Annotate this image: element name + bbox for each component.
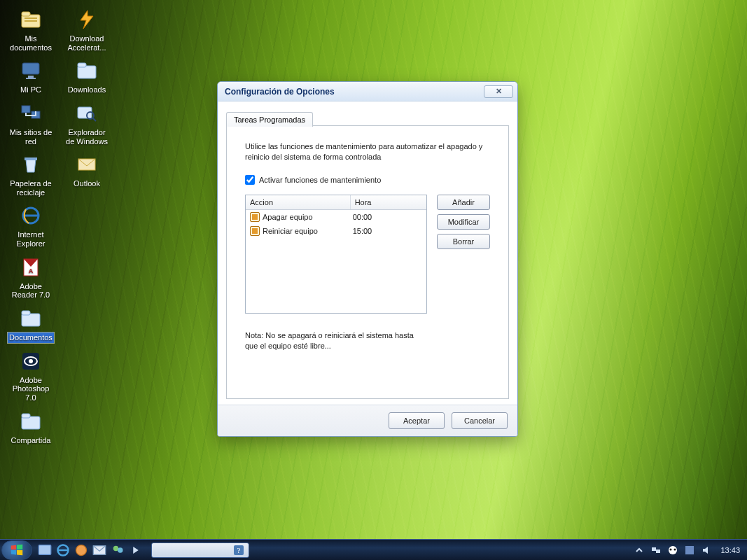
netpl-icon (18, 101, 43, 126)
ql-people-icon[interactable] (111, 543, 125, 557)
add-button[interactable]: Añadir (437, 195, 490, 210)
col-action[interactable]: Accion (246, 195, 351, 209)
desktop-icon-mydocs[interactable]: Mis documentos (6, 6, 56, 54)
desktop-icon-outlook[interactable]: Outlook (62, 150, 112, 199)
svg-rect-7 (78, 66, 96, 78)
desktop-icon-shared[interactable]: Compartida (6, 407, 56, 447)
close-button[interactable]: ✕ (484, 85, 513, 98)
desktop-icon-netpl[interactable]: Mis sitios de red (6, 99, 56, 148)
tray-app-icon[interactable] (684, 545, 695, 556)
reader-icon: A (18, 255, 43, 280)
tray-expand-icon[interactable] (634, 545, 645, 556)
desktop-icon-ie[interactable]: Internet Explorer (6, 202, 56, 250)
ie-icon (18, 203, 43, 228)
delete-button[interactable]: Borrar (437, 234, 490, 249)
svg-rect-8 (78, 63, 86, 67)
desktop-icon-docsfold[interactable]: Documentos (6, 304, 56, 344)
ql-arrow-icon[interactable] (129, 543, 143, 557)
ok-button[interactable]: Aceptar (389, 412, 445, 429)
svg-rect-9 (22, 106, 30, 113)
svg-text:A: A (29, 267, 34, 274)
desktop-icon-reader[interactable]: AAdobe Reader 7.0 (6, 253, 56, 302)
docsfold-icon (18, 306, 43, 331)
edit-button[interactable]: Modificar (437, 214, 490, 230)
taskbar-clock[interactable]: 13:43 (718, 546, 740, 554)
task-action: Reiniciar equipo (263, 227, 318, 235)
ql-mail-icon[interactable] (92, 543, 106, 557)
tray-network-icon[interactable] (650, 545, 662, 556)
options-dialog: Configuración de Opciones ✕ Tareas Progr… (217, 81, 518, 437)
ql-ie-icon[interactable] (56, 543, 70, 557)
tray-security-icon[interactable] (667, 545, 678, 556)
svg-point-22 (29, 359, 33, 363)
svg-rect-38 (685, 546, 694, 554)
svg-rect-19 (22, 311, 30, 315)
dialog-titlebar[interactable]: Configuración de Opciones ✕ (218, 82, 517, 102)
dialog-client: Tareas Programadas Utilice las funciones… (218, 102, 517, 405)
mypc-icon (18, 58, 43, 83)
desktop-icon-label: Downloads (67, 85, 107, 95)
desktop-icon-explorer[interactable]: Explorador de Windows (62, 99, 112, 148)
task-icon (250, 212, 260, 222)
tasks-list[interactable]: Accion Hora Apagar equipo00:00Reiniciar … (245, 195, 427, 314)
svg-rect-5 (28, 76, 34, 78)
dialog-buttons: Aceptar Cancelar (218, 405, 517, 436)
desktop-icon-label: Compartida (10, 435, 53, 446)
desktop-icon-mypc[interactable]: Mi PC (6, 57, 56, 97)
task-row[interactable]: Apagar equipo00:00 (246, 210, 426, 224)
shared-icon (18, 409, 43, 434)
svg-rect-4 (22, 63, 39, 74)
svg-text:?: ? (237, 546, 241, 554)
task-action: Apagar equipo (263, 213, 313, 221)
task-row[interactable]: Reiniciar equipo15:00 (246, 224, 426, 238)
dla-icon (74, 7, 99, 32)
desktop-icon-dls[interactable]: Downloads (62, 57, 112, 97)
desktop-icon-label: Adobe Reader 7.0 (7, 281, 55, 300)
enable-maintenance-input[interactable] (245, 175, 255, 185)
col-time[interactable]: Hora (351, 195, 426, 209)
taskbar-app-button[interactable]: ? (151, 542, 249, 558)
quick-launch (38, 543, 143, 557)
cancel-button[interactable]: Cancelar (452, 412, 508, 429)
desktop-icon-label: Mi PC (19, 85, 43, 95)
svg-rect-13 (25, 158, 37, 160)
ps-icon (18, 349, 43, 374)
svg-point-27 (76, 545, 87, 555)
svg-rect-1 (22, 12, 30, 16)
tray-volume-icon[interactable] (701, 545, 712, 556)
tasks-list-header: Accion Hora (246, 195, 426, 210)
desktop-icon-recycle[interactable]: Papelera de reciclaje (6, 150, 56, 199)
svg-point-35 (669, 546, 677, 554)
desktop-icon-dla[interactable]: Download Accelerat... (62, 6, 112, 54)
desktop-icon-label: Internet Explorer (7, 230, 55, 248)
tab-page: Utilice las funciones de mantenimiento p… (226, 126, 509, 399)
recycle-icon (18, 152, 43, 177)
system-tray: 13:43 (627, 545, 747, 556)
ql-show-desktop-icon[interactable] (38, 543, 52, 557)
ql-media-icon[interactable] (74, 543, 88, 557)
svg-rect-25 (39, 545, 51, 554)
task-time: 00:00 (353, 213, 422, 221)
outlook-icon (74, 152, 99, 177)
taskbar: ? 13:43 (0, 539, 747, 560)
svg-rect-6 (26, 78, 36, 79)
svg-rect-23 (22, 416, 40, 429)
desktop-icon-ps[interactable]: Adobe Photoshop 7.0 (6, 347, 56, 405)
close-icon: ✕ (496, 87, 502, 96)
explorer-icon (74, 101, 99, 126)
tasks-list-body: Apagar equipo00:00Reiniciar equipo15:00 (246, 210, 426, 238)
desktop-icon-label: Outlook (72, 178, 102, 189)
enable-maintenance-checkbox[interactable]: Activar funciones de mantenimiento (245, 175, 490, 185)
svg-rect-2 (25, 18, 37, 19)
tab-strip: Tareas Programadas (226, 111, 509, 126)
svg-point-30 (118, 547, 123, 553)
desktop-icon-label: Mis sitios de red (7, 127, 55, 146)
svg-rect-24 (22, 414, 30, 418)
intro-text: Utilice las funciones de mantenimiento p… (245, 141, 490, 162)
svg-rect-18 (22, 314, 40, 326)
task-icon (250, 226, 260, 236)
tab-scheduled-tasks[interactable]: Tareas Programadas (226, 112, 313, 127)
dialog-title: Configuración de Opciones (225, 87, 335, 97)
start-button[interactable] (1, 540, 32, 560)
task-buttons: Añadir Modificar Borrar (437, 195, 490, 314)
